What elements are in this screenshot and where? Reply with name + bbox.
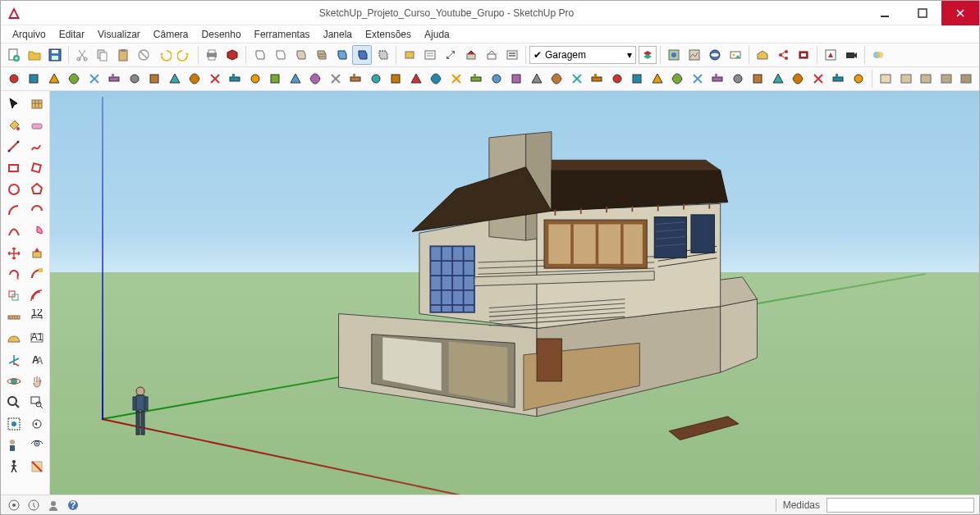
offset-tool[interactable]	[26, 286, 48, 306]
warehouse-icon[interactable]	[753, 45, 772, 65]
rotated-rect-tool[interactable]	[26, 158, 48, 178]
menu-ajuda[interactable]: Ajuda	[418, 27, 456, 42]
layer-manager-button[interactable]	[639, 46, 657, 64]
large-tool-16[interactable]	[306, 69, 326, 89]
component-attributes-icon[interactable]	[441, 45, 460, 65]
large-tool-34[interactable]	[668, 69, 688, 89]
large-tool-41[interactable]	[808, 69, 828, 89]
save-icon[interactable]	[45, 45, 65, 65]
share-icon[interactable]	[773, 45, 793, 65]
tape-measure-tool[interactable]	[3, 308, 25, 327]
axes-tool[interactable]	[3, 350, 25, 370]
large-tool-13[interactable]	[245, 69, 265, 89]
geo-location-icon[interactable]	[6, 497, 22, 513]
rotate-tool[interactable]	[3, 265, 25, 285]
circle-tool[interactable]	[3, 180, 25, 199]
freehand-tool[interactable]	[26, 137, 48, 157]
new-doc-icon[interactable]	[4, 45, 24, 65]
make-component-icon[interactable]	[400, 45, 419, 65]
large-tool-40[interactable]	[789, 69, 808, 89]
copy-icon[interactable]	[93, 45, 112, 65]
shaded-tex-icon[interactable]	[311, 45, 331, 65]
line-tool[interactable]	[3, 137, 25, 157]
menu-editar[interactable]: Editar	[53, 27, 91, 42]
large-tool-6[interactable]	[105, 69, 125, 89]
large-tool-42[interactable]	[829, 69, 849, 89]
measurements-input[interactable]	[827, 498, 974, 513]
paint-bucket-tool[interactable]	[3, 116, 25, 135]
undo-icon[interactable]	[154, 45, 174, 65]
large-tool-23[interactable]	[446, 69, 466, 89]
eraser-tool[interactable]	[26, 116, 48, 135]
scale-tool[interactable]	[3, 286, 25, 306]
dimension-tool[interactable]: 12	[26, 308, 48, 327]
menu-camera[interactable]: Câmera	[147, 27, 195, 42]
protractor-tool[interactable]	[3, 329, 25, 349]
push-pull-tool[interactable]	[26, 244, 48, 263]
ext-warehouse-icon[interactable]	[794, 45, 813, 65]
solid-tools-icon[interactable]	[868, 45, 888, 65]
model-info-icon[interactable]	[222, 45, 242, 65]
large-tool-1[interactable]	[4, 69, 24, 89]
walk-tool[interactable]	[3, 457, 25, 476]
preview-icon[interactable]	[705, 45, 725, 65]
menu-ferramentas[interactable]: Ferramentas	[248, 27, 317, 42]
make-component-tool[interactable]	[26, 94, 48, 114]
polygon-tool[interactable]	[26, 180, 48, 199]
large-tool-38[interactable]	[749, 69, 768, 89]
large-tool-22[interactable]	[427, 69, 446, 89]
open-icon[interactable]	[25, 45, 44, 65]
pan-tool[interactable]	[26, 371, 48, 391]
arc-tool[interactable]	[3, 201, 25, 221]
large-tool-43[interactable]	[849, 69, 868, 89]
send-layout-icon[interactable]	[821, 45, 840, 65]
minimize-button[interactable]	[866, 1, 904, 25]
large-tool-36[interactable]	[708, 69, 728, 89]
three-point-arc-tool[interactable]	[3, 222, 25, 242]
style-4[interactable]	[936, 69, 956, 89]
large-tool-7[interactable]	[125, 69, 144, 89]
text-tool[interactable]: A1	[26, 329, 48, 349]
hidden-line-icon[interactable]	[270, 45, 290, 65]
terrain-icon[interactable]	[685, 45, 704, 65]
large-tool-33[interactable]	[648, 69, 667, 89]
component-options-icon[interactable]	[420, 45, 440, 65]
large-tool-19[interactable]	[366, 69, 386, 89]
help-icon[interactable]: ?	[65, 497, 81, 513]
large-tool-37[interactable]	[728, 69, 748, 89]
large-tool-27[interactable]	[527, 69, 547, 89]
style-1[interactable]	[876, 69, 895, 89]
select-tool[interactable]	[3, 94, 25, 114]
orbit-tool[interactable]	[3, 371, 25, 391]
menu-desenho[interactable]: Desenho	[195, 27, 248, 42]
layers-icon[interactable]	[502, 45, 522, 65]
paste-icon[interactable]	[113, 45, 133, 65]
large-tool-18[interactable]	[346, 69, 366, 89]
add-location-icon[interactable]	[664, 45, 684, 65]
shaded-icon[interactable]	[291, 45, 310, 65]
close-button[interactable]	[941, 1, 979, 25]
large-tool-8[interactable]	[145, 69, 165, 89]
large-tool-14[interactable]	[266, 69, 286, 89]
zoom-window-tool[interactable]	[26, 393, 48, 412]
wireframe-icon[interactable]	[250, 45, 269, 65]
previous-view-tool[interactable]	[26, 414, 48, 434]
photo-textures-icon[interactable]	[726, 45, 745, 65]
large-tool-31[interactable]	[607, 69, 627, 89]
rectangle-tool[interactable]	[3, 158, 25, 178]
large-tool-9[interactable]	[165, 69, 185, 89]
section-plane-tool[interactable]	[26, 457, 48, 476]
large-tool-11[interactable]	[205, 69, 225, 89]
large-tool-4[interactable]	[65, 69, 85, 89]
look-around-tool[interactable]	[26, 435, 48, 455]
large-tool-29[interactable]	[567, 69, 587, 89]
3d-text-tool[interactable]: AA	[26, 350, 48, 370]
large-tool-24[interactable]	[467, 69, 487, 89]
xray-icon[interactable]	[352, 45, 372, 65]
layer-dropdown[interactable]: ✔Garagem ▾	[529, 46, 636, 64]
large-tool-39[interactable]	[768, 69, 788, 89]
cut-icon[interactable]	[72, 45, 92, 65]
large-tool-12[interactable]	[226, 69, 245, 89]
style-2[interactable]	[896, 69, 916, 89]
delete-icon[interactable]	[134, 45, 153, 65]
